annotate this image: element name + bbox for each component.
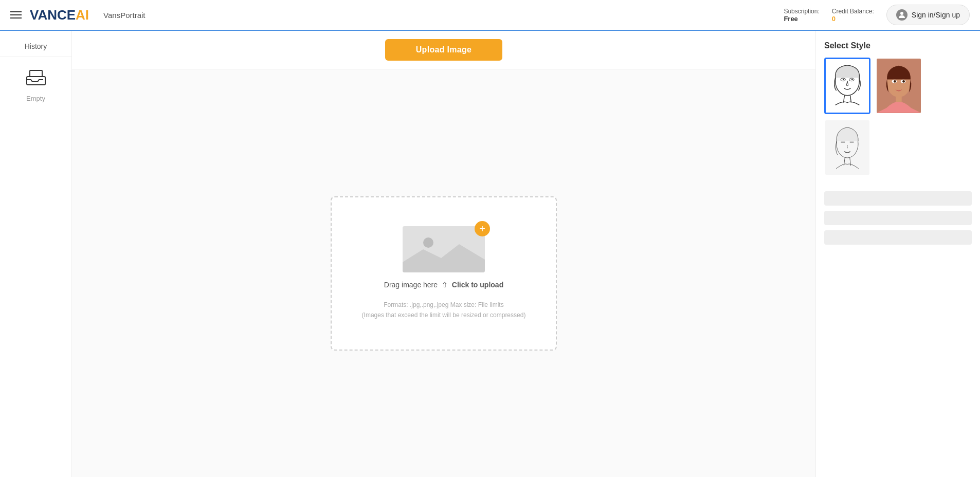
svg-point-4 — [423, 237, 433, 248]
avatar-icon — [896, 9, 908, 21]
upload-image-button[interactable]: Upload Image — [385, 39, 503, 61]
drop-text: Drag image here ⇧ Click to upload — [384, 281, 503, 289]
header-right: Subscription: Free Credit Balance: 0 Sig… — [784, 5, 970, 25]
right-panel: Select Style — [815, 31, 980, 477]
style-item-color-portrait[interactable] — [876, 58, 922, 114]
click-to-upload: Click to upload — [452, 281, 503, 289]
svg-point-9 — [851, 79, 853, 80]
main-content: Upload Image + Drag im — [72, 31, 815, 477]
credit-info: Credit Balance: 0 — [832, 8, 874, 23]
drop-area[interactable]: + Drag image here ⇧ Click to upload Form… — [331, 196, 557, 351]
plus-circle-icon: + — [475, 221, 490, 236]
upload-arrow-icon: ⇧ — [442, 281, 448, 289]
empty-label: Empty — [26, 95, 45, 102]
svg-point-8 — [843, 79, 844, 80]
credit-value: 0 — [832, 15, 836, 23]
logo-ai: AI — [76, 7, 89, 23]
subscription-value: Free — [784, 15, 797, 23]
svg-rect-2 — [30, 70, 42, 77]
svg-rect-1 — [27, 77, 45, 85]
svg-line-22 — [850, 158, 851, 166]
credit-label: Credit Balance: — [832, 8, 874, 15]
logo-vance: VANCE — [30, 7, 76, 23]
sidebar: History Empty — [0, 31, 72, 477]
skeleton-bar-2 — [824, 211, 972, 225]
svg-point-0 — [900, 12, 903, 15]
skeleton-bar-1 — [824, 191, 972, 206]
logo[interactable]: VANCEAI — [30, 7, 89, 23]
upload-btn-label: Upload Image — [416, 45, 472, 54]
upload-bar: Upload Image — [72, 31, 815, 69]
svg-point-16 — [902, 80, 905, 83]
skeleton-bar-3 — [824, 230, 972, 245]
svg-line-21 — [844, 158, 845, 166]
style-item-sketch-minimal[interactable] — [824, 119, 870, 176]
svg-point-15 — [894, 80, 896, 83]
header-left: VANCEAI VansPortrait — [10, 7, 146, 23]
product-name: VansPortrait — [103, 11, 145, 20]
image-placeholder-wrapper: + — [403, 226, 485, 281]
image-placeholder — [403, 226, 485, 272]
style-grid — [824, 58, 972, 176]
style-item-sketch-bw[interactable] — [824, 58, 870, 114]
subscription-label: Subscription: — [784, 8, 819, 15]
skeleton-bars — [824, 191, 972, 245]
sidebar-history[interactable]: History — [0, 36, 71, 57]
drop-area-wrapper: + Drag image here ⇧ Click to upload Form… — [72, 69, 815, 477]
format-text: Formats: .jpg,.png,.jpeg Max size: File … — [362, 300, 526, 320]
main-layout: History Empty Upload Image — [0, 31, 980, 477]
menu-icon[interactable] — [10, 11, 22, 19]
select-style-title: Select Style — [824, 41, 972, 50]
header: VANCEAI VansPortrait Subscription: Free … — [0, 0, 980, 31]
inbox-icon — [26, 69, 46, 89]
sign-in-button[interactable]: Sign in/Sign up — [886, 5, 970, 25]
sign-in-label: Sign in/Sign up — [912, 11, 960, 19]
history-label: History — [25, 42, 47, 50]
subscription-info: Subscription: Free — [784, 8, 819, 23]
sidebar-empty-section: Empty — [21, 57, 51, 115]
